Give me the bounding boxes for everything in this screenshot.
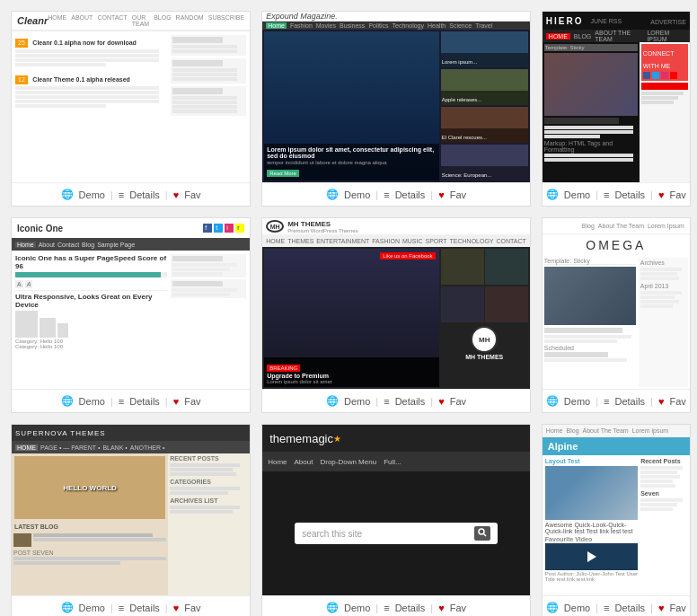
snova-main: HELLO WORLD LATEST BLOG POST SEVEN — [12, 453, 168, 595]
iconic-logo: Iconic One — [17, 224, 63, 233]
divider: | — [650, 189, 653, 200]
divider: | — [430, 396, 433, 407]
list-icon: ≡ — [384, 189, 389, 200]
supernova-demo-link[interactable]: Demo — [79, 603, 105, 613]
snova-nav: HOME PAGE • — PARENT • BLANK • ANOTHER • — [12, 441, 250, 453]
cleanr-nav-item: SUBSCRIBE — [208, 14, 244, 27]
expound-logo: Expound Magazine. — [266, 12, 338, 21]
expound-nav-item: Politics — [368, 22, 388, 29]
omega-logo-area: OMEGA — [543, 234, 690, 256]
mhthemes-demo-link[interactable]: Demo — [344, 396, 370, 407]
svg-line-1 — [483, 534, 486, 537]
cleanr-details-link[interactable]: Details — [129, 189, 160, 200]
hiero-sidebar: CONNECT WITH ME — [640, 42, 690, 182]
omega-body: Template: Sticky Scheduled Archives Apri… — [543, 256, 690, 389]
alpine-featured-image — [545, 466, 638, 520]
mhthemes-fav-link[interactable]: Fav — [450, 396, 466, 407]
expound-nav-item: Movies — [316, 22, 336, 29]
list-icon: ≡ — [384, 603, 389, 613]
divider: | — [375, 189, 378, 200]
globe-icon: 🌐 — [326, 395, 339, 407]
divider: | — [430, 603, 433, 613]
theme-preview-omega: Blog About The Team Lorem Ipsum OMEGA Te… — [543, 218, 690, 389]
alpine-header: Alpine — [543, 437, 690, 455]
expound-nav-item: Travel — [475, 22, 492, 29]
hiero-fav-link[interactable]: Fav — [669, 189, 685, 200]
divider: | — [110, 396, 113, 407]
omega-details-link[interactable]: Details — [614, 396, 645, 407]
search-icon — [478, 528, 487, 537]
alpine-logo: Alpine — [548, 441, 578, 452]
supernova-details-link[interactable]: Details — [129, 603, 160, 613]
expound-details-link[interactable]: Details — [395, 189, 426, 200]
mh-nav: HOME THEMES ENTERTAINMENT FASHION MUSIC … — [262, 234, 530, 247]
thememagic-details-link[interactable]: Details — [395, 603, 426, 613]
theme-card-hiero: HIERO JUNE RSS ADVERTISE HOME BLOG ABOUT… — [542, 11, 691, 207]
iconic-fav-link[interactable]: Fav — [184, 396, 200, 407]
omega-fav-link[interactable]: Fav — [669, 396, 685, 407]
heart-icon: ♥ — [173, 396, 180, 407]
iconic-body: Iconic One has a Super PageSpeed Score o… — [12, 251, 250, 389]
thememagic-demo-link[interactable]: Demo — [344, 603, 370, 613]
cleanr-actions: 🌐 Demo | ≡ Details | ♥ Fav — [12, 182, 250, 206]
hiero-body: Template: Sticky Markup: HTML Tags and F… — [543, 42, 690, 182]
thememagic-fav-link[interactable]: Fav — [450, 603, 466, 613]
heart-icon: ♥ — [658, 603, 665, 613]
mh-logo: MH — [266, 220, 284, 233]
iconic-actions: 🌐 Demo | ≡ Details | ♥ Fav — [12, 389, 250, 412]
omega-actions: 🌐 Demo | ≡ Details | ♥ Fav — [543, 389, 690, 412]
alpine-fav-link[interactable]: Fav — [669, 603, 685, 613]
expound-demo-link[interactable]: Demo — [344, 189, 370, 200]
theme-preview-mhthemes: MH MH THEMES Premium WordPress Themes HO… — [262, 218, 530, 389]
expound-fav-link[interactable]: Fav — [450, 189, 466, 200]
globe-icon: 🌐 — [61, 189, 74, 200]
expound-featured: Lorem ipsum dolor sit amet, consectetur … — [264, 31, 438, 180]
theme-preview-alpine: Home Blog About The Team Lorem ipsum Alp… — [543, 425, 690, 595]
mhthemes-details-link[interactable]: Details — [395, 396, 426, 407]
cleanr-sidebar — [171, 35, 246, 179]
cleanr-body: 25 Cleanr 0.1 alpha now for download 12 … — [12, 31, 250, 182]
list-icon: ≡ — [604, 603, 609, 613]
expound-nav-item: Fashion — [290, 22, 313, 29]
alpine-details-link[interactable]: Details — [614, 603, 645, 613]
expound-body: Lorem ipsum dolor sit amet, consectetur … — [262, 30, 530, 182]
iconic-header: Iconic One f t i r — [12, 218, 250, 238]
tmagic-search-placeholder: search this site — [302, 529, 473, 539]
iconic-demo-link[interactable]: Demo — [79, 396, 105, 407]
tmagic-search-button[interactable] — [474, 526, 490, 541]
omega-logo: OMEGA — [546, 238, 686, 252]
alpine-demo-link[interactable]: Demo — [564, 603, 590, 613]
divider: | — [596, 396, 598, 407]
theme-card-iconic: Iconic One f t i r Home About Contact Bl… — [11, 217, 251, 413]
cleanr-header: Cleanr HOME ABOUT CONTACT OUR TEAM BLOG … — [12, 12, 250, 31]
divider: | — [165, 603, 168, 613]
hiero-header: HIERO JUNE RSS ADVERTISE — [543, 12, 690, 30]
theme-card-omega: Blog About The Team Lorem Ipsum OMEGA Te… — [542, 217, 691, 413]
omega-demo-link[interactable]: Demo — [564, 396, 590, 407]
divider: | — [165, 189, 168, 200]
cleanr-nav-item: OUR TEAM — [132, 14, 149, 27]
hiero-demo-link[interactable]: Demo — [564, 189, 590, 200]
theme-preview-hiero: HIERO JUNE RSS ADVERTISE HOME BLOG ABOUT… — [543, 12, 690, 182]
omega-sidebar: Archives April 2013 — [639, 258, 688, 387]
heart-icon: ♥ — [658, 189, 665, 200]
supernova-fav-link[interactable]: Fav — [184, 603, 200, 613]
cleanr-nav: HOME ABOUT CONTACT OUR TEAM BLOG RANDOM … — [48, 14, 244, 27]
theme-card-thememagic: thememagic ★ Home About Drop-Down Menu F… — [261, 424, 531, 616]
theme-card-supernova: SUPERNOVA THEMES HOME PAGE • — PARENT • … — [11, 424, 251, 616]
theme-card-alpine: Home Blog About The Team Lorem ipsum Alp… — [542, 424, 691, 616]
snova-header: SUPERNOVA THEMES — [12, 425, 250, 441]
iconic-details-link[interactable]: Details — [129, 396, 160, 407]
divider: | — [375, 396, 378, 407]
hiero-details-link[interactable]: Details — [614, 189, 645, 200]
globe-icon: 🌐 — [326, 189, 339, 200]
cleanr-fav-link[interactable]: Fav — [184, 189, 200, 200]
cleanr-demo-link[interactable]: Demo — [79, 189, 105, 200]
tmagic-logo: thememagic — [269, 432, 333, 445]
alpine-actions: 🌐 Demo | ≡ Details | ♥ Fav — [543, 595, 690, 616]
expound-nav-item: Business — [340, 22, 365, 29]
mh-sidebar: MH MH THEMES — [441, 249, 528, 387]
snova-posts: POST SEVEN — [12, 532, 168, 569]
expound-sidebar: Lorem ipsum... Apple releases... El Clar… — [441, 31, 528, 180]
alpine-topbar: Home Blog About The Team Lorem ipsum — [543, 425, 690, 437]
